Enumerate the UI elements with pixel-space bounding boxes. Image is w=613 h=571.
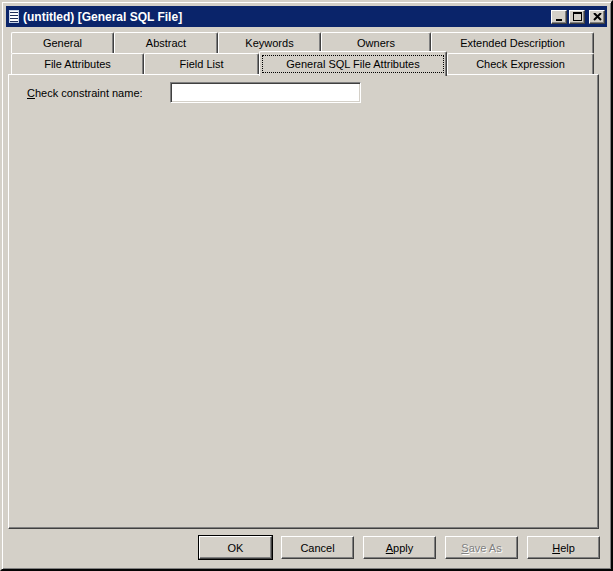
- tab-general[interactable]: General: [11, 32, 114, 53]
- close-icon: [593, 13, 602, 21]
- tab-check-expression[interactable]: Check Expression: [447, 53, 594, 74]
- tab-strip: General Abstract Keywords Owners Extende…: [11, 32, 599, 74]
- minimize-icon: [556, 19, 562, 21]
- tab-field-list[interactable]: Field List: [144, 53, 259, 74]
- tab-extended-description[interactable]: Extended Description: [431, 32, 594, 53]
- dialog-window: (untitled) [General SQL File] General Ab…: [0, 0, 613, 571]
- maximize-icon: [573, 12, 582, 21]
- ok-button[interactable]: OK: [199, 536, 272, 559]
- maximize-button[interactable]: [569, 10, 585, 24]
- button-row: OK Cancel Apply Save As Help: [6, 536, 600, 559]
- window-title: (untitled) [General SQL File]: [23, 10, 547, 24]
- close-button[interactable]: [589, 10, 605, 24]
- tab-row-2: File Attributes Field List General SQL F…: [11, 53, 599, 74]
- tab-keywords[interactable]: Keywords: [218, 32, 321, 53]
- minimize-button[interactable]: [551, 10, 567, 24]
- check-constraint-label: Check constraint name:: [27, 87, 170, 99]
- tab-file-attributes[interactable]: File Attributes: [11, 53, 144, 74]
- document-icon: [9, 10, 19, 23]
- tab-owners[interactable]: Owners: [321, 32, 431, 53]
- cancel-button[interactable]: Cancel: [281, 536, 354, 559]
- check-constraint-input[interactable]: [170, 82, 361, 103]
- apply-button[interactable]: Apply: [363, 536, 436, 559]
- titlebar[interactable]: (untitled) [General SQL File]: [6, 6, 607, 27]
- tab-abstract[interactable]: Abstract: [114, 32, 218, 53]
- save-as-button[interactable]: Save As: [445, 536, 518, 559]
- tab-general-sql-file-attributes[interactable]: General SQL File Attributes: [259, 51, 447, 76]
- tab-row-1: General Abstract Keywords Owners Extende…: [11, 32, 599, 53]
- help-button[interactable]: Help: [527, 536, 600, 559]
- tab-panel: Check constraint name:: [8, 74, 599, 529]
